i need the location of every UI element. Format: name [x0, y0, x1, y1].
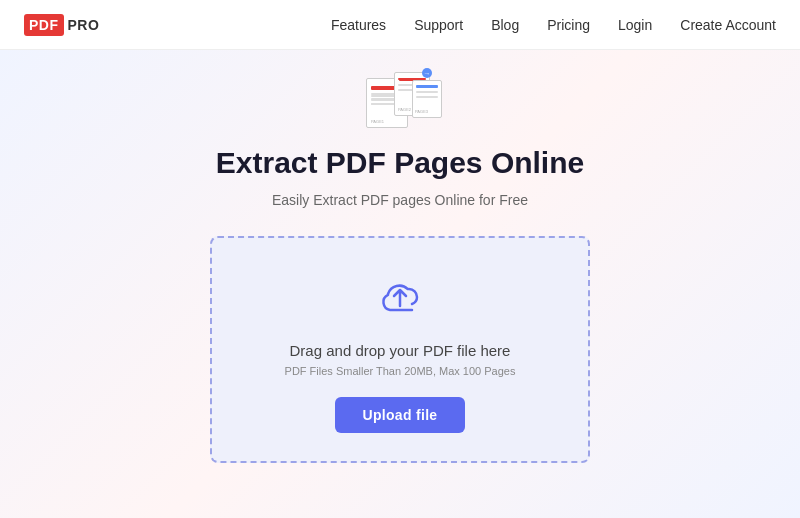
upload-area[interactable]: Drag and drop your PDF file here PDF Fil… — [210, 236, 590, 463]
logo-pro: PRO — [68, 17, 100, 33]
nav-support[interactable]: Support — [414, 17, 463, 33]
pdf-page-3: PAGE3 — [412, 80, 442, 118]
nav-pricing[interactable]: Pricing — [547, 17, 590, 33]
upload-limit-text: PDF Files Smaller Than 20MB, Max 100 Pag… — [285, 365, 516, 377]
decoration-dot: → — [422, 68, 432, 78]
nav-login[interactable]: Login — [618, 17, 652, 33]
logo[interactable]: PDF PRO — [24, 14, 99, 36]
logo-pdf: PDF — [24, 14, 64, 36]
upload-button[interactable]: Upload file — [335, 397, 466, 433]
upload-drag-text: Drag and drop your PDF file here — [290, 342, 511, 359]
pdf-illustration: PAGE1 PAGE2 PAGE3 → — [360, 70, 440, 130]
main-nav: Features Support Blog Pricing Login Crea… — [331, 17, 776, 33]
main-content: PAGE1 PAGE2 PAGE3 → Extract PDF Pages On… — [0, 50, 800, 518]
page-title: Extract PDF Pages Online — [216, 146, 584, 180]
nav-features[interactable]: Features — [331, 17, 386, 33]
upload-icon — [374, 270, 426, 326]
nav-create-account[interactable]: Create Account — [680, 17, 776, 33]
nav-blog[interactable]: Blog — [491, 17, 519, 33]
page-subtitle: Easily Extract PDF pages Online for Free — [272, 192, 528, 208]
header: PDF PRO Features Support Blog Pricing Lo… — [0, 0, 800, 50]
